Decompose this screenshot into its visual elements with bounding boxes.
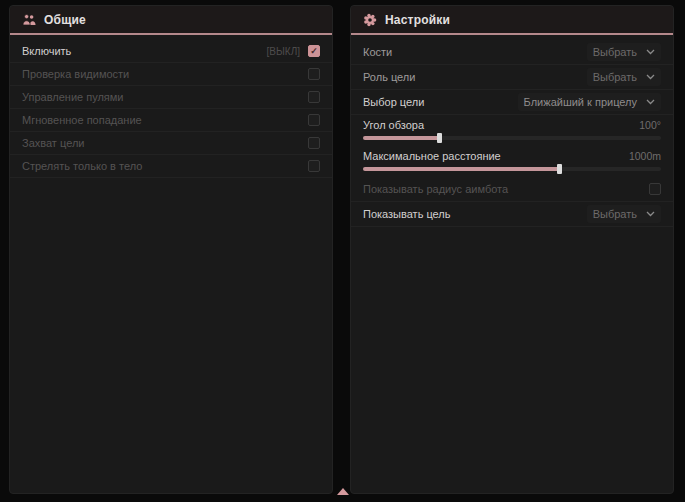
row-label: Стрелять только в тело <box>22 160 142 172</box>
row-label: Роль цели <box>363 71 415 83</box>
row-label: Мгновенное попадание <box>22 114 142 126</box>
row-label: Захват цели <box>22 137 84 149</box>
show-aimbot-radius-checkbox[interactable]: ✓ <box>649 183 661 195</box>
row-bullet-control: Управление пулями ✓ <box>10 86 332 109</box>
max-distance-value: 1000m <box>629 150 661 162</box>
bullet-control-checkbox[interactable]: ✓ <box>308 91 320 103</box>
panel-general: Общие Включить [ВЫКЛ] ✓ Проверка видимос… <box>9 5 333 494</box>
panel-title: Общие <box>44 13 86 27</box>
panel-settings-rows: Кости Выбрать Роль цели Выбрать Выбор це… <box>351 35 673 227</box>
chevron-down-icon <box>646 99 655 105</box>
panel-settings-header: Настройки <box>351 6 673 35</box>
row-max-distance: Максимальное расстояние 1000m <box>351 146 673 177</box>
fov-slider[interactable] <box>363 136 661 140</box>
panel-general-header: Общие <box>10 6 332 35</box>
target-lock-checkbox[interactable]: ✓ <box>308 137 320 149</box>
row-label: Управление пулями <box>22 91 124 103</box>
panel-settings: Настройки Кости Выбрать Роль цели Выбрат… <box>350 5 674 494</box>
users-icon <box>22 14 36 26</box>
panel-general-rows: Включить [ВЫКЛ] ✓ Проверка видимости ✓ У… <box>10 35 332 178</box>
row-enable: Включить [ВЫКЛ] ✓ <box>10 40 332 63</box>
fov-slider-handle[interactable] <box>437 133 442 143</box>
triangle-up-icon <box>337 488 349 495</box>
row-fov: Угол обзора 100° <box>351 115 673 146</box>
row-instant-hit: Мгновенное попадание ✓ <box>10 109 332 132</box>
target-selection-dropdown[interactable]: Ближайший к прицелу <box>518 93 661 111</box>
gear-icon <box>363 13 377 27</box>
chevron-down-icon <box>646 74 655 80</box>
chevron-down-icon <box>646 211 655 217</box>
fov-slider-fill <box>363 136 440 140</box>
dropdown-value: Выбрать <box>593 46 637 58</box>
row-label: Кости <box>363 46 392 58</box>
row-show-target: Показывать цель Выбрать <box>351 202 673 227</box>
chevron-down-icon <box>646 49 655 55</box>
row-label: Включить <box>22 45 71 57</box>
row-label: Выбор цели <box>363 96 424 108</box>
check-icon: ✓ <box>310 47 318 56</box>
instant-hit-checkbox[interactable]: ✓ <box>308 114 320 126</box>
row-label: Максимальное расстояние <box>363 150 501 162</box>
row-body-only: Стрелять только в тело ✓ <box>10 155 332 178</box>
enable-checkbox[interactable]: ✓ <box>308 45 320 57</box>
row-target-lock: Захват цели ✓ <box>10 132 332 155</box>
show-target-dropdown[interactable]: Выбрать <box>587 205 661 223</box>
fov-value: 100° <box>639 119 661 131</box>
row-target-selection: Выбор цели Ближайший к прицелу <box>351 90 673 115</box>
row-bones: Кости Выбрать <box>351 40 673 65</box>
row-label: Показывать цель <box>363 208 451 220</box>
max-distance-slider-fill <box>363 167 560 171</box>
row-label: Угол обзора <box>363 119 424 131</box>
target-role-dropdown[interactable]: Выбрать <box>587 68 661 86</box>
visibility-check-checkbox[interactable]: ✓ <box>308 68 320 80</box>
row-target-role: Роль цели Выбрать <box>351 65 673 90</box>
dropdown-value: Выбрать <box>593 208 637 220</box>
row-label: Проверка видимости <box>22 68 129 80</box>
max-distance-slider-handle[interactable] <box>557 164 562 174</box>
bones-dropdown[interactable]: Выбрать <box>587 43 661 61</box>
row-label: Показывать радиус аимбота <box>363 183 508 195</box>
keybind-label[interactable]: [ВЫКЛ] <box>267 46 300 57</box>
panel-title: Настройки <box>385 13 450 27</box>
dropdown-value: Ближайший к прицелу <box>524 96 637 108</box>
max-distance-slider[interactable] <box>363 167 661 171</box>
row-show-aimbot-radius: Показывать радиус аимбота ✓ <box>351 177 673 202</box>
row-visibility-check: Проверка видимости ✓ <box>10 63 332 86</box>
dropdown-value: Выбрать <box>593 71 637 83</box>
body-only-checkbox[interactable]: ✓ <box>308 160 320 172</box>
